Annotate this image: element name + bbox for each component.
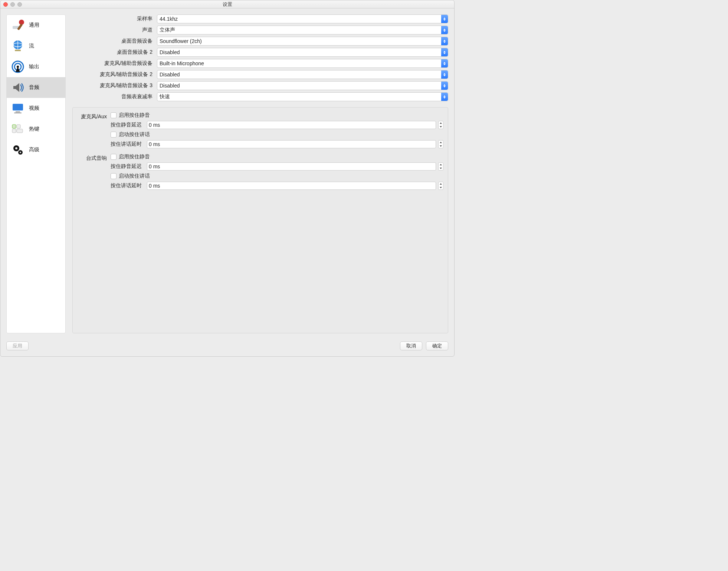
sample-rate-value: 44.1khz (160, 16, 178, 22)
wrench-icon (10, 18, 25, 33)
desktop-audio2-label: 桌面音频设备 2 (72, 49, 154, 56)
chevron-updown-icon (441, 82, 448, 90)
desktop-enable-ptt-label: 启动按住讲话 (119, 173, 150, 179)
mic-ptm-delay-stepper[interactable] (438, 121, 443, 129)
mic-aux2-value: Disabled (160, 72, 180, 77)
mic-aux-label: 麦克风/辅助音频设备 (72, 60, 154, 67)
sidebar-item-label: 通用 (29, 22, 39, 29)
desktop-enable-ptm-label: 启用按住静音 (119, 154, 150, 160)
titlebar: 设置 (0, 0, 454, 9)
sidebar-item-label: 音频 (29, 84, 39, 91)
body: 通用 流 输出 音频 (0, 9, 454, 339)
chevron-updown-icon (441, 59, 448, 67)
svg-rect-11 (14, 112, 22, 113)
desktop-ptt-delay-stepper[interactable] (438, 182, 443, 190)
sidebar-item-label: 高级 (29, 146, 39, 153)
decay-rate-label: 音频表衰减率 (72, 93, 154, 100)
hotkey-group: 麦克风/Aux 启用按住静音 按住静音延迟 0 ms (72, 107, 448, 333)
svg-rect-12 (12, 125, 16, 128)
sidebar-item-audio[interactable]: 音频 (7, 77, 65, 98)
decay-rate-select[interactable]: 快速 (157, 92, 448, 101)
desktop-ptm-delay-stepper[interactable] (438, 162, 443, 171)
mic-enable-ptm-checkbox[interactable] (111, 112, 117, 118)
svg-rect-9 (13, 104, 23, 110)
sidebar: 通用 流 输出 音频 (6, 14, 66, 333)
sidebar-item-stream[interactable]: 流 (7, 36, 65, 56)
mic-aux-select[interactable]: Built-in Microphone (157, 59, 448, 68)
chevron-updown-icon (441, 70, 448, 79)
mic-ptm-delay-label: 按住静音延迟 (111, 122, 145, 128)
sidebar-item-hotkeys[interactable]: 热键 (7, 119, 65, 139)
channels-label: 声道 (72, 27, 154, 33)
chevron-updown-icon (441, 15, 448, 23)
chevron-updown-icon (441, 37, 448, 45)
chevron-updown-icon (441, 93, 448, 101)
mic-aux3-select[interactable]: Disabled (157, 81, 448, 90)
settings-window: 设置 通用 流 输出 (0, 0, 455, 357)
chevron-updown-icon (441, 26, 448, 34)
mic-enable-ptt-label: 启动按住讲话 (119, 131, 150, 138)
desktop-ptt-delay-input[interactable]: 0 ms (147, 182, 436, 190)
sample-rate-select[interactable]: 44.1khz (157, 14, 448, 23)
svg-rect-13 (17, 125, 20, 128)
desktop-ptt-delay-label: 按住讲话延时 (111, 182, 145, 189)
footer: 应用 取消 确定 (0, 339, 454, 356)
mic-enable-ptm-label: 启用按住静音 (119, 112, 150, 119)
chevron-updown-icon (441, 48, 448, 56)
ok-button[interactable]: 确定 (426, 341, 448, 350)
sidebar-item-advanced[interactable]: 高级 (7, 139, 65, 160)
mic-ptt-delay-input[interactable]: 0 ms (147, 140, 436, 148)
audio-form: 采样率 44.1khz 声道 立体声 桌面音频设备 S (72, 14, 448, 101)
desktop-enable-ptt-checkbox[interactable] (111, 173, 117, 179)
svg-point-19 (20, 152, 21, 153)
channels-select[interactable]: 立体声 (157, 26, 448, 34)
desktop-enable-ptm-checkbox[interactable] (111, 154, 117, 160)
sidebar-item-label: 热键 (29, 126, 39, 132)
desktop-audio-value: Soundflower (2ch) (160, 38, 202, 44)
globe-icon (10, 39, 25, 53)
mic-aux3-value: Disabled (160, 83, 180, 89)
svg-point-17 (15, 147, 17, 149)
mic-ptm-delay-input[interactable]: 0 ms (147, 121, 436, 129)
mic-enable-ptt-checkbox[interactable] (111, 132, 117, 138)
sidebar-item-label: 流 (29, 43, 34, 49)
desktop-audio2-select[interactable]: Disabled (157, 48, 448, 57)
desktop-group-title: 台式音响 (77, 154, 107, 195)
svg-rect-15 (17, 129, 23, 133)
decay-rate-value: 快速 (160, 93, 170, 100)
mic-group-title: 麦克风/Aux (77, 112, 107, 154)
broadcast-icon (10, 59, 25, 74)
sidebar-item-video[interactable]: 视频 (7, 98, 65, 119)
gear-icon (10, 142, 25, 157)
desktop-ptm-delay-label: 按住静音延迟 (111, 163, 145, 170)
desktop-audio2-value: Disabled (160, 49, 180, 55)
desktop-ptm-delay-input[interactable]: 0 ms (147, 162, 436, 171)
channels-value: 立体声 (160, 27, 175, 33)
mic-aux3-label: 麦克风/辅助音频设备 3 (72, 82, 154, 89)
sidebar-item-label: 视频 (29, 105, 39, 112)
svg-rect-5 (15, 50, 21, 51)
main-panel: 采样率 44.1khz 声道 立体声 桌面音频设备 S (72, 14, 448, 333)
desktop-audio-label: 桌面音频设备 (72, 38, 154, 44)
mic-aux2-select[interactable]: Disabled (157, 70, 448, 79)
svg-rect-14 (12, 129, 16, 133)
sidebar-item-label: 输出 (29, 63, 39, 70)
mic-ptt-delay-label: 按住讲话延时 (111, 141, 145, 148)
mic-aux2-label: 麦克风/辅助音频设备 2 (72, 71, 154, 78)
speaker-icon (10, 80, 25, 95)
sample-rate-label: 采样率 (72, 16, 154, 22)
monitor-icon (10, 101, 25, 116)
mic-ptt-delay-stepper[interactable] (438, 140, 443, 148)
mic-aux-value: Built-in Microphone (160, 60, 204, 66)
window-title: 设置 (0, 1, 454, 8)
keyboard-icon (10, 122, 25, 136)
cancel-button[interactable]: 取消 (400, 341, 422, 350)
sidebar-item-general[interactable]: 通用 (7, 15, 65, 36)
desktop-audio-select[interactable]: Soundflower (2ch) (157, 37, 448, 46)
sidebar-item-output[interactable]: 输出 (7, 56, 65, 77)
apply-button[interactable]: 应用 (6, 341, 29, 350)
svg-rect-10 (16, 111, 20, 112)
